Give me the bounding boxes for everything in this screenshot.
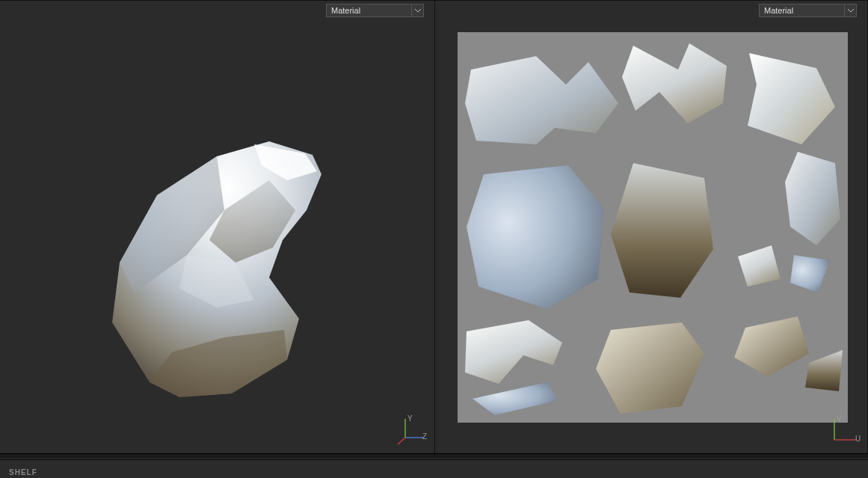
- svg-line-7: [398, 438, 405, 444]
- uv-island: [473, 382, 558, 415]
- uv-island: [734, 316, 809, 376]
- viewport-container: Material: [0, 0, 868, 453]
- uv-island: [805, 350, 843, 391]
- mesh-3d-preview: [105, 128, 344, 405]
- axis-label-u: U: [855, 435, 861, 443]
- uv-island: [465, 320, 562, 384]
- shading-mode-value[interactable]: Material: [326, 4, 412, 17]
- uv-island: [738, 245, 781, 287]
- axis-label-v: V: [837, 414, 842, 423]
- uv-island: [622, 43, 727, 123]
- viewport-uv[interactable]: Material: [435, 0, 868, 453]
- uv-island: [785, 152, 840, 245]
- axis-gizmo-uv: V U: [830, 416, 860, 446]
- uv-island: [596, 322, 704, 414]
- uv-island: [790, 255, 830, 292]
- shading-mode-value[interactable]: Material: [759, 4, 845, 17]
- shelf-panel: SHELF: [0, 459, 868, 478]
- chevron-down-icon[interactable]: [845, 4, 857, 17]
- chevron-down-icon[interactable]: [412, 4, 424, 17]
- axis-label-z: Z: [422, 432, 427, 441]
- shading-mode-selector-3d[interactable]: Material: [326, 4, 424, 17]
- viewport-3d[interactable]: Material: [0, 0, 435, 453]
- uv-island: [748, 53, 835, 144]
- axis-gizmo-3d: Y Z: [397, 416, 427, 446]
- uv-island: [467, 165, 603, 309]
- uv-island: [611, 163, 713, 298]
- shelf-title: SHELF: [9, 468, 37, 477]
- shading-mode-selector-uv[interactable]: Material: [759, 4, 857, 17]
- uv-island: [465, 56, 618, 144]
- uv-canvas[interactable]: [458, 32, 848, 423]
- axis-label-y: Y: [407, 414, 413, 423]
- panel-divider[interactable]: [0, 453, 868, 459]
